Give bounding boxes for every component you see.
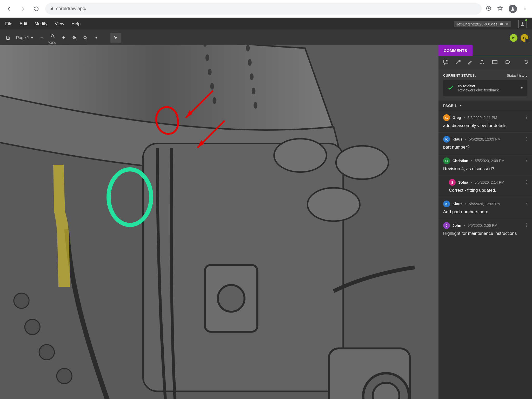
comment-timestamp: 5/5/2020, 2:11 PM [468, 116, 497, 120]
rectangle-tool-icon[interactable] [492, 60, 498, 65]
svg-point-22 [39, 345, 54, 360]
comment-item[interactable]: KKlaus•5/5/2020, 12:09 PMAdd part number… [438, 197, 532, 219]
account-icon[interactable] [518, 20, 527, 28]
svg-point-3 [525, 8, 526, 9]
panel-tab[interactable]: COMMENTS [438, 45, 532, 56]
reload-button[interactable] [32, 4, 41, 14]
status-subtitle: Reviewers give feedback. [458, 88, 500, 92]
menu-view[interactable]: View [55, 21, 64, 26]
comment-timestamp: 5/5/2020, 2:09 PM [475, 159, 504, 163]
svg-point-30 [248, 59, 252, 66]
svg-point-13 [336, 146, 389, 179]
ellipse-tool-icon[interactable] [504, 60, 510, 65]
kebab-icon[interactable] [523, 6, 527, 12]
svg-point-7 [51, 35, 54, 37]
avatar: S [449, 179, 456, 186]
close-icon[interactable]: ✕ [506, 22, 509, 26]
svg-point-14 [307, 188, 360, 221]
comment-item[interactable]: JJohn•5/5/2020, 2:06 PMHighlight for mai… [438, 219, 532, 240]
svg-point-41 [505, 61, 510, 64]
kebab-icon[interactable]: ⋮ [524, 115, 528, 120]
comment-author: Christian [453, 159, 468, 163]
kebab-icon[interactable]: ⋮ [524, 179, 528, 184]
document-tab[interactable]: Jet-Engine2020-XX.des ✕ [454, 21, 511, 27]
comment-body: Revision 4, as discussed? [443, 166, 527, 171]
ellipse-annotation[interactable] [107, 167, 153, 227]
menu-modify[interactable]: Modify [35, 21, 48, 26]
zoom-tool-icon[interactable] [81, 34, 90, 42]
kebab-icon[interactable]: ⋮ [524, 201, 528, 206]
status-title: In review [458, 84, 500, 88]
highlight-annotation[interactable] [44, 165, 73, 287]
zoom-search-icon[interactable]: 200% [49, 34, 57, 42]
comment-author: Greg [453, 116, 461, 120]
freehand-tool-icon[interactable] [480, 59, 485, 66]
svg-rect-6 [6, 36, 9, 39]
svg-point-31 [250, 74, 254, 80]
page-selector[interactable]: Page 1 [15, 35, 35, 41]
check-icon [447, 84, 454, 92]
svg-point-12 [274, 139, 327, 172]
comment-body: Highlight for maintenance instructions [443, 231, 527, 236]
arrow-annotation-2[interactable] [191, 118, 227, 154]
comment-item[interactable]: CChristian•5/5/2020, 2:09 PMRevision 4, … [438, 154, 532, 176]
status-history-link[interactable]: Status history [507, 74, 527, 77]
menu-edit[interactable]: Edit [19, 21, 27, 26]
arrow-tool-icon[interactable] [456, 59, 461, 66]
add-tab-icon[interactable] [486, 5, 491, 12]
svg-point-20 [14, 293, 29, 308]
menu-file[interactable]: File [5, 21, 12, 26]
zoom-out-button[interactable]: − [38, 34, 46, 42]
svg-marker-35 [186, 110, 192, 118]
comment-timestamp: 5/5/2020, 12:09 PM [469, 137, 501, 141]
zoom-in-button[interactable]: + [59, 34, 68, 42]
comments-list: GGreg•5/5/2020, 2:11 PMadd disassembly v… [438, 111, 532, 399]
svg-point-21 [25, 319, 40, 335]
kebab-icon[interactable]: ⋮ [524, 158, 528, 163]
url-text: coreldraw.app/ [56, 6, 87, 11]
zoom-dropdown-icon[interactable] [92, 34, 101, 42]
avatar: K [443, 136, 450, 143]
svg-point-32 [252, 88, 256, 95]
back-button[interactable] [5, 4, 14, 14]
svg-point-26 [208, 69, 212, 75]
avatar: G [443, 114, 450, 121]
collab-user-k[interactable]: K [510, 34, 517, 42]
note-tool-icon[interactable] [443, 59, 449, 66]
comment-author: Klaus [453, 137, 462, 141]
comment-body: add disassembly view for details [443, 123, 527, 128]
pointer-tool[interactable] [110, 33, 121, 43]
profile-icon[interactable] [509, 5, 517, 13]
bookmark-icon[interactable] [497, 5, 503, 12]
svg-point-16 [218, 285, 244, 312]
annotation-tools [438, 56, 532, 69]
comment-item[interactable]: SSobia•5/5/2020, 2:14 PMCorrect - fittin… [438, 176, 532, 197]
cloud-icon [500, 22, 504, 26]
comment-item[interactable]: KKlaus•5/5/2020, 12:09 PMpart number?⋮ [438, 132, 532, 154]
status-label: CURRENT STATUS: [443, 74, 476, 77]
svg-point-44 [526, 63, 527, 64]
status-card[interactable]: In review Reviewers give feedback. [443, 80, 527, 96]
kebab-icon[interactable]: ⋮ [524, 136, 528, 141]
avatar: C [443, 157, 450, 164]
comments-panel: COMMENTS CURRENT STATUS: Status history … [438, 45, 532, 399]
pages-icon[interactable] [4, 34, 12, 42]
kebab-icon[interactable]: ⋮ [524, 223, 528, 228]
svg-point-9 [84, 36, 86, 39]
forward-button[interactable] [18, 4, 28, 14]
page-filter[interactable]: PAGE 1 [438, 101, 532, 111]
chevron-down-icon [520, 86, 523, 90]
menu-help[interactable]: Help [71, 21, 81, 26]
menu-bar: File Edit Modify View Help Jet-Engine202… [0, 18, 532, 30]
svg-point-4 [525, 9, 526, 10]
avatar: K [443, 201, 450, 207]
comment-timestamp: 5/5/2020, 12:09 PM [469, 202, 501, 206]
zoom-fit-icon[interactable] [70, 34, 79, 42]
comment-item[interactable]: GGreg•5/5/2020, 2:11 PMadd disassembly v… [438, 111, 532, 132]
highlighter-tool-icon[interactable] [468, 59, 473, 66]
canvas[interactable] [0, 45, 438, 399]
filter-icon[interactable] [524, 60, 529, 65]
address-bar[interactable]: coreldraw.app/ [45, 3, 482, 15]
comment-author: Sobia [458, 180, 468, 184]
collab-user-c[interactable]: C [521, 34, 528, 42]
